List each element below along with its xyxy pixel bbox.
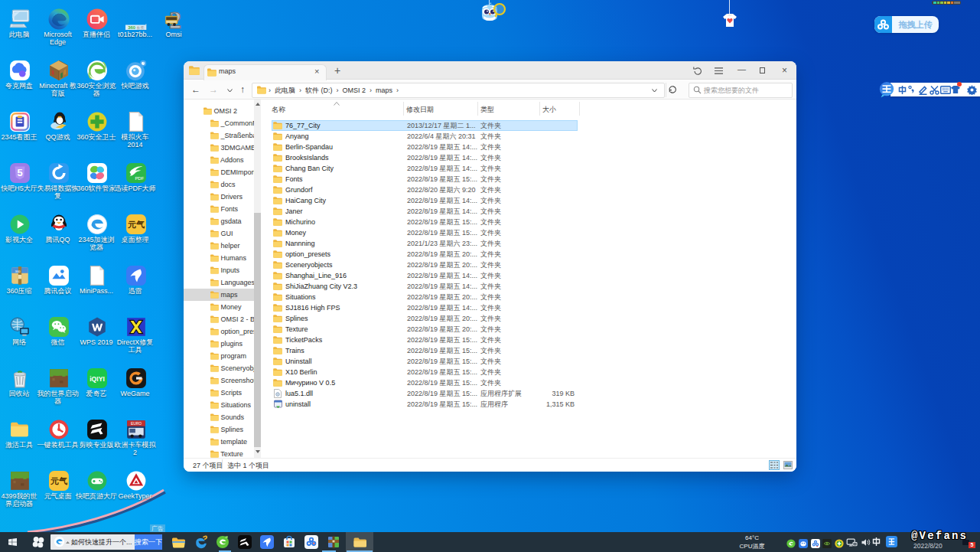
svg-text:EURO: EURO bbox=[131, 422, 142, 426]
svg-text:iQIYI: iQIYI bbox=[90, 375, 105, 383]
svg-text:5: 5 bbox=[17, 167, 22, 178]
svg-text:元气: 元气 bbox=[127, 220, 145, 229]
svg-text:元气: 元气 bbox=[50, 476, 67, 485]
svg-text:360: 360 bbox=[15, 269, 21, 273]
svg-text:看图: 看图 bbox=[136, 25, 145, 30]
svg-text:360: 360 bbox=[128, 25, 136, 30]
svg-text:PDF: PDF bbox=[135, 176, 144, 181]
